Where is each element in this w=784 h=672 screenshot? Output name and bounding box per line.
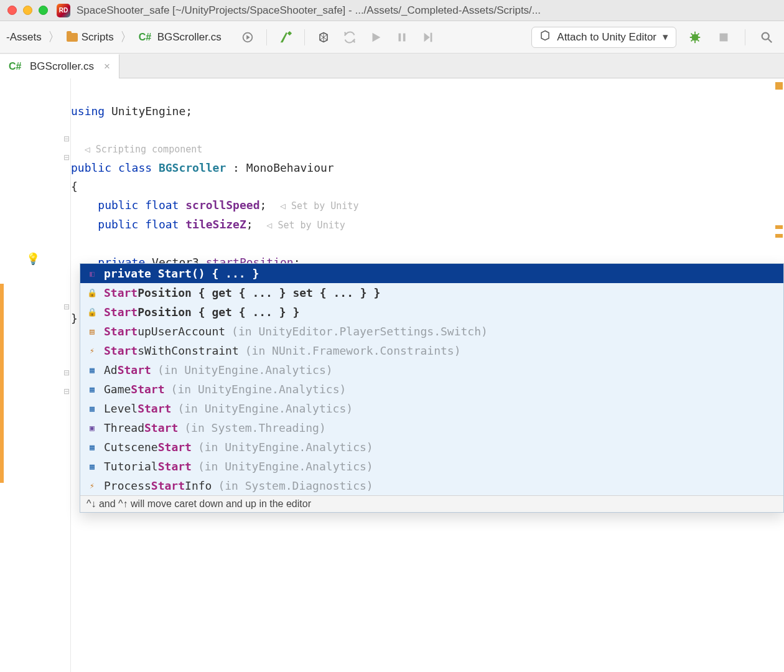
- completion-item[interactable]: ▤StartupUserAccount (in UnityEditor.Play…: [80, 322, 783, 341]
- svg-rect-4: [403, 33, 405, 41]
- breadcrumb-segment-assets[interactable]: -Assets: [4, 31, 44, 44]
- csharp-file-icon: C#: [139, 32, 154, 43]
- run-button[interactable]: [366, 29, 386, 46]
- search-everywhere-button[interactable]: [757, 29, 777, 46]
- completion-item[interactable]: ▦CutsceneStart (in UnityEngine.Analytics…: [80, 437, 783, 457]
- fold-toggle-icon[interactable]: ⊟: [63, 153, 70, 162]
- unity-icon: [539, 30, 551, 44]
- svg-rect-3: [398, 33, 401, 41]
- completion-item[interactable]: ▣ThreadStart (in System.Threading): [80, 418, 783, 437]
- breadcrumb-separator-icon: 〉: [47, 29, 62, 45]
- fold-toggle-icon[interactable]: ⊟: [63, 302, 70, 311]
- completion-item[interactable]: ▦TutorialStart (in UnityEngine.Analytics…: [80, 457, 783, 476]
- toolbar-right-group: [685, 29, 777, 46]
- code-token: using: [71, 105, 105, 118]
- completion-item-label: TutorialStart: [104, 460, 192, 473]
- main-toolbar: -Assets 〉 Scripts 〉 C# BGScroller.cs: [0, 21, 784, 54]
- completion-item[interactable]: 🔒StartPosition { get { ... } }: [80, 302, 783, 322]
- tab-bgscroller[interactable]: C# BGScroller.cs ×: [0, 54, 119, 78]
- svg-rect-6: [430, 32, 432, 42]
- inspection-marker[interactable]: [775, 234, 783, 238]
- code-token: public: [98, 198, 138, 212]
- svg-marker-1: [246, 35, 250, 39]
- debug-button[interactable]: [685, 29, 705, 46]
- completion-item-label: ThreadStart: [104, 421, 178, 434]
- close-tab-icon[interactable]: ×: [104, 60, 110, 73]
- svg-marker-5: [424, 32, 429, 42]
- completion-popup-footer: ^↓ and ^↑ will move caret down and up in…: [80, 495, 783, 512]
- svg-point-9: [762, 32, 769, 39]
- fold-toggle-icon[interactable]: ⊟: [63, 134, 70, 143]
- completion-item-label: StartupUserAccount: [104, 325, 225, 338]
- step-button[interactable]: [418, 29, 438, 46]
- build-button[interactable]: [276, 29, 296, 46]
- completion-item-label: LevelStart: [104, 402, 171, 415]
- code-token: public: [98, 218, 138, 231]
- tab-label: BGScroller.cs: [30, 60, 94, 73]
- breadcrumb-label: -Assets: [6, 31, 42, 44]
- completion-item-label: StartPosition { get { ... } }: [104, 306, 299, 319]
- completion-item-label: AdStart: [104, 363, 151, 376]
- completion-item[interactable]: ◧private Start() { ... }: [80, 264, 783, 283]
- completion-item-label: StartPosition { get { ... } set { ... } …: [104, 286, 380, 299]
- completion-item-label: ProcessStartInfo: [104, 479, 212, 492]
- sync-button[interactable]: [340, 29, 360, 46]
- breadcrumb-segment-file[interactable]: C# BGScroller.cs: [136, 31, 224, 44]
- breadcrumb-label: BGScroller.cs: [157, 31, 222, 44]
- code-token: MonoBehaviour: [246, 161, 334, 174]
- run-configuration-dropdown[interactable]: Attach to Unity Editor ▾: [531, 27, 676, 48]
- inlay-hint: ◁ Set by Unity: [266, 220, 345, 231]
- breadcrumb-label: Scripts: [82, 31, 114, 44]
- gutter[interactable]: 💡 ⊟ ⊟ ⊟ ⊟ ⊟: [7, 78, 71, 672]
- editor-area: 💡 ⊟ ⊟ ⊟ ⊟ ⊟ using UnityEngine; ◁ Scripti…: [0, 78, 784, 672]
- completion-item-namespace: (in UnityEngine.Analytics): [171, 383, 347, 396]
- completion-item[interactable]: ⚡ProcessStartInfo (in System.Diagnostics…: [80, 476, 783, 495]
- select-open-file-button[interactable]: [238, 29, 258, 46]
- svg-line-10: [768, 39, 772, 42]
- pause-button[interactable]: [392, 29, 412, 46]
- code-token: float: [145, 198, 179, 212]
- inspection-marker[interactable]: [775, 225, 783, 229]
- completion-item[interactable]: ▦AdStart (in UnityEngine.Analytics): [80, 360, 783, 380]
- close-window-button[interactable]: [7, 6, 17, 15]
- code-token: class: [118, 161, 152, 174]
- completion-item-namespace: (in UnityEngine.Analytics): [177, 402, 353, 415]
- fold-end-icon[interactable]: ⊟: [63, 368, 70, 377]
- stop-button[interactable]: [714, 29, 734, 46]
- completion-item[interactable]: ▦LevelStart (in UnityEngine.Analytics): [80, 399, 783, 418]
- code-token: BGScroller: [159, 161, 226, 174]
- folder-icon: [67, 33, 78, 42]
- inlay-hint: ◁ Scripting component: [85, 144, 203, 155]
- completion-item-namespace: (in UnityEngine.Analytics): [198, 460, 373, 473]
- code-token: tileSizeZ: [185, 218, 246, 231]
- window-title: SpaceShooter_safe [~/UnityProjects/Space…: [77, 4, 777, 17]
- completion-item[interactable]: 🔒StartPosition { get { ... } set { ... }…: [80, 283, 783, 302]
- toolbar-button-group: [238, 29, 438, 46]
- completion-item-namespace: (in UnityEngine.Analytics): [157, 363, 333, 376]
- inspection-warning-marker[interactable]: [775, 82, 783, 90]
- fold-end-icon[interactable]: ⊟: [63, 387, 70, 396]
- breadcrumb-segment-scripts[interactable]: Scripts: [64, 31, 116, 44]
- code-completion-popup[interactable]: ◧private Start() { ... }🔒StartPosition {…: [80, 263, 784, 513]
- completion-item-label: private Start() { ... }: [104, 267, 259, 280]
- breadcrumb-separator-icon: 〉: [119, 29, 134, 45]
- toolbar-separator: [266, 29, 267, 45]
- zoom-window-button[interactable]: [39, 6, 48, 15]
- unity-refresh-button[interactable]: [314, 29, 334, 46]
- completion-item-namespace: (in System.Diagnostics): [218, 479, 373, 492]
- completion-item-label: StartsWithConstraint: [104, 344, 239, 357]
- completion-item-namespace: (in NUnit.Framework.Constraints): [245, 344, 461, 357]
- completion-item[interactable]: ▦GameStart (in UnityEngine.Analytics): [80, 380, 783, 399]
- completion-item-label: GameStart: [104, 383, 165, 396]
- window-controls: [7, 6, 48, 15]
- completion-item-namespace: (in UnityEditor.PlayerSettings.Switch): [231, 325, 488, 338]
- completion-item-label: CutsceneStart: [104, 441, 192, 454]
- vcs-change-marker: [0, 284, 4, 483]
- code-token: public: [71, 161, 111, 174]
- left-margin: [0, 78, 7, 672]
- svg-rect-8: [720, 33, 728, 41]
- completion-item[interactable]: ⚡StartsWithConstraint (in NUnit.Framewor…: [80, 341, 783, 360]
- minimize-window-button[interactable]: [23, 6, 32, 15]
- intention-bulb-icon[interactable]: 💡: [26, 252, 40, 266]
- code-token: scrollSpeed: [185, 198, 259, 212]
